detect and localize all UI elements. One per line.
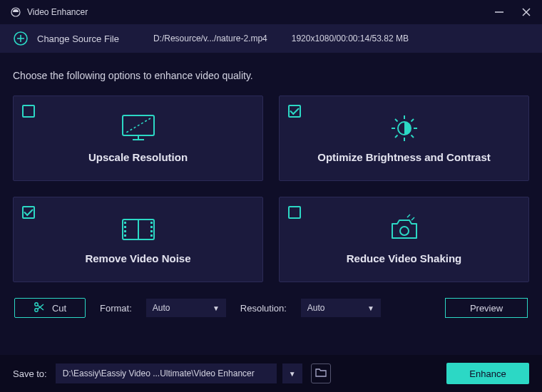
card-remove-noise[interactable]: Remove Video Noise (13, 197, 263, 282)
svg-rect-23 (124, 226, 126, 228)
svg-point-30 (400, 227, 409, 235)
svg-line-31 (407, 215, 410, 217)
saveto-path-select[interactable]: D:\Eassiy\Eassiy Video ...Ultimate\Video… (56, 363, 277, 383)
scissors-icon (34, 301, 45, 315)
resolution-value: Auto (307, 303, 325, 313)
minimize-icon[interactable] (494, 6, 505, 18)
chevron-down-icon: ▼ (367, 304, 374, 312)
source-path: D:/Resource/v.../nature-2.mp4 (153, 33, 267, 43)
card-reduce-shaking[interactable]: Reduce Video Shaking (279, 197, 529, 282)
svg-line-35 (38, 305, 44, 310)
sun-icon (387, 114, 422, 143)
checkbox-upscale[interactable] (22, 105, 35, 118)
instruction-text: Choose the following options to enhance … (13, 70, 529, 81)
saveto-path: D:\Eassiy\Eassiy Video ...Ultimate\Video… (63, 368, 255, 378)
enhance-label: Enhance (469, 368, 506, 379)
close-icon[interactable] (521, 6, 532, 18)
film-icon (118, 215, 158, 244)
svg-rect-22 (124, 222, 126, 224)
source-bar: Change Source File D:/Resource/v.../natu… (0, 24, 542, 53)
bottom-bar: Save to: D:\Eassiy\Eassiy Video ...Ultim… (0, 355, 542, 392)
svg-rect-25 (124, 234, 126, 237)
card-optimize-brightness[interactable]: Optimize Brightness and Contrast (279, 96, 529, 181)
format-value: Auto (153, 303, 170, 313)
card-upscale-resolution[interactable]: Upscale Resolution (13, 96, 263, 181)
svg-line-8 (126, 118, 150, 133)
format-label: Format: (100, 303, 132, 314)
checkbox-noise[interactable] (22, 206, 35, 219)
cut-button[interactable]: Cut (14, 298, 86, 318)
svg-rect-24 (124, 230, 126, 232)
preview-button[interactable]: Preview (445, 298, 528, 318)
enhance-button[interactable]: Enhance (446, 363, 529, 384)
svg-line-32 (411, 217, 414, 220)
saveto-dropdown-button[interactable]: ▼ (282, 363, 302, 383)
card-title: Reduce Video Shaking (347, 252, 461, 264)
checkbox-shaking[interactable] (288, 206, 301, 219)
folder-icon (315, 367, 327, 380)
svg-line-18 (395, 135, 398, 138)
checkbox-brightness[interactable] (288, 105, 301, 118)
titlebar: Video Enhancer (0, 0, 542, 24)
resolution-label: Resolution: (240, 303, 287, 314)
app-title: Video Enhancer (27, 7, 88, 17)
card-title: Remove Video Noise (85, 252, 190, 264)
svg-line-17 (411, 135, 414, 138)
format-select[interactable]: Auto ▼ (146, 299, 226, 317)
saveto-label: Save to: (13, 368, 47, 379)
resolution-select[interactable]: Auto ▼ (301, 299, 381, 317)
card-title: Optimize Brightness and Contrast (317, 151, 491, 163)
svg-rect-29 (150, 234, 153, 237)
svg-rect-27 (150, 226, 153, 228)
chevron-down-icon: ▼ (213, 304, 220, 312)
chevron-down-icon: ▼ (289, 370, 296, 378)
source-meta: 1920x1080/00:00:14/53.82 MB (292, 33, 409, 43)
open-folder-button[interactable] (311, 363, 331, 383)
svg-line-19 (411, 119, 414, 122)
svg-rect-28 (150, 230, 153, 232)
cut-label: Cut (52, 303, 66, 314)
svg-rect-26 (150, 222, 153, 224)
add-source-icon[interactable] (13, 31, 29, 46)
svg-line-36 (38, 304, 44, 309)
camera-icon (387, 215, 422, 244)
svg-line-16 (395, 119, 398, 122)
card-title: Upscale Resolution (88, 151, 188, 163)
monitor-icon (119, 114, 158, 143)
preview-label: Preview (470, 303, 503, 314)
app-icon (10, 6, 21, 18)
change-source-button[interactable]: Change Source File (37, 33, 119, 44)
